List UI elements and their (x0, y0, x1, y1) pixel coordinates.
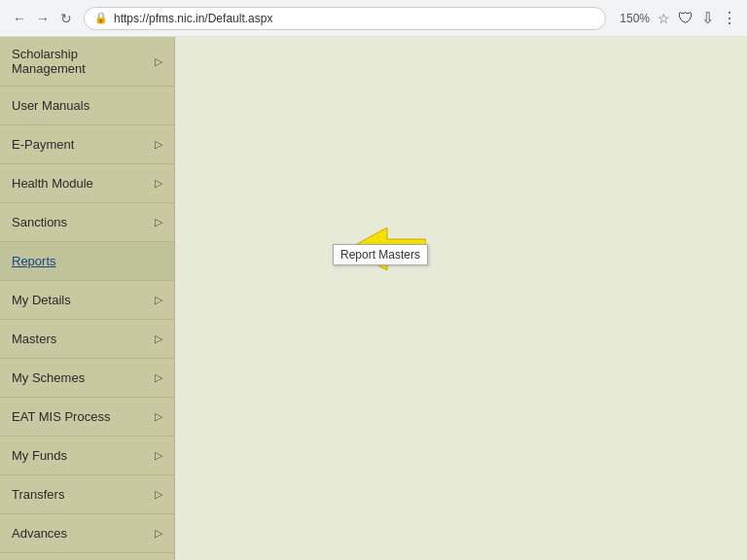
sidebar-item-health-module[interactable]: Health Module▷ (0, 164, 174, 203)
sidebar-item-advances[interactable]: Advances▷ (0, 514, 174, 553)
sidebar-item-label: My Funds (12, 448, 67, 463)
tooltip: Report Masters (333, 244, 428, 265)
menu-icon[interactable]: ⋮ (722, 9, 737, 27)
sidebar-item-label: EAT MIS Process (12, 409, 110, 424)
sidebar-item-user-manuals[interactable]: User Manuals (0, 87, 174, 125)
sidebar-item-eat-mis-process[interactable]: EAT MIS Process▷ (0, 398, 174, 437)
download-icon: ⇩ (701, 9, 714, 27)
chevron-right-icon: ▷ (155, 488, 162, 501)
browser-actions: 🛡 ⇩ ⋮ (678, 9, 737, 27)
chevron-right-icon: ▷ (155, 371, 162, 384)
address-bar[interactable]: 🔒 https://pfms.nic.in/Default.aspx (84, 7, 606, 30)
browser-chrome: ← → ↻ 🔒 https://pfms.nic.in/Default.aspx… (0, 0, 747, 37)
sidebar: Scholarship Management▷User ManualsE-Pay… (0, 37, 175, 560)
sidebar-item-label: Advances (12, 526, 67, 541)
zoom-label: 150% (620, 12, 650, 25)
sidebar-item-reports[interactable]: Reports (0, 242, 174, 281)
sidebar-item-label: Health Module (12, 176, 93, 191)
sidebar-item-sanctions[interactable]: Sanctions▷ (0, 203, 174, 242)
chevron-right-icon: ▷ (155, 449, 162, 462)
chevron-right-icon: ▷ (155, 332, 162, 345)
nav-buttons: ← → ↻ (10, 9, 76, 28)
shield-icon: 🛡 (678, 10, 694, 27)
sidebar-item-label: Transfers (12, 487, 64, 502)
chevron-right-icon: ▷ (155, 294, 162, 306)
chevron-right-icon: ▷ (155, 138, 162, 151)
sidebar-item-label: Sanctions (12, 215, 67, 229)
page-area: Report Masters (175, 37, 747, 560)
chevron-right-icon: ▷ (155, 527, 162, 540)
sidebar-item-e-payment[interactable]: E-Payment▷ (0, 125, 174, 164)
sidebar-item-my-details[interactable]: My Details▷ (0, 281, 174, 320)
main-content: Scholarship Management▷User ManualsE-Pay… (0, 37, 747, 560)
sidebar-item-label: Masters (12, 332, 56, 346)
sidebar-item-my-schemes[interactable]: My Schemes▷ (0, 359, 174, 398)
lock-icon: 🔒 (94, 12, 108, 24)
sidebar-item-label: Scholarship Management (12, 47, 155, 76)
sidebar-item-label: My Schemes (12, 370, 85, 385)
chevron-right-icon: ▷ (155, 177, 162, 190)
forward-button[interactable]: → (33, 9, 53, 28)
chevron-right-icon: ▷ (155, 55, 162, 68)
chevron-right-icon: ▷ (155, 410, 162, 423)
bookmark-icon[interactable]: ☆ (658, 11, 670, 26)
sidebar-item-label: E-Payment (12, 137, 74, 152)
url-text: https://pfms.nic.in/Default.aspx (114, 12, 272, 25)
chevron-right-icon: ▷ (155, 216, 162, 228)
reload-button[interactable]: ↻ (56, 9, 76, 28)
sidebar-item-scholarship-management[interactable]: Scholarship Management▷ (0, 37, 174, 87)
tooltip-text: Report Masters (340, 248, 420, 262)
back-button[interactable]: ← (10, 9, 29, 28)
sidebar-item-label: Reports (12, 254, 56, 268)
sidebar-item-masters[interactable]: Masters▷ (0, 320, 174, 359)
sidebar-item-transfers[interactable]: Transfers▷ (0, 475, 174, 514)
sidebar-item-label: User Manuals (12, 98, 89, 113)
sidebar-item-my-funds[interactable]: My Funds▷ (0, 437, 174, 475)
sidebar-item-label: My Details (12, 293, 71, 307)
